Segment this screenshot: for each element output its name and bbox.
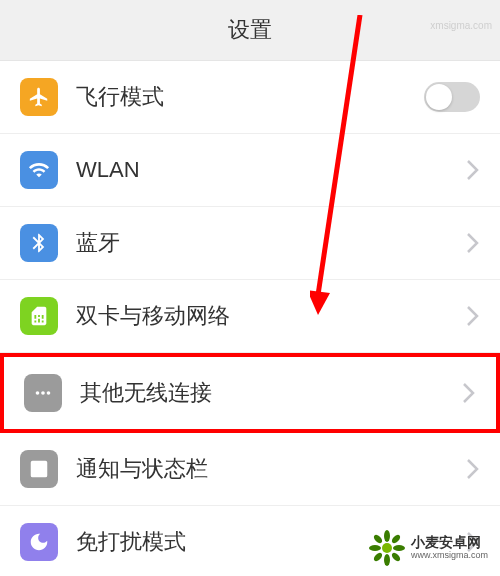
svg-point-2 — [47, 391, 51, 395]
more-icon — [24, 374, 62, 412]
chevron-right-icon — [466, 232, 480, 254]
svg-point-13 — [390, 551, 401, 562]
page-title: 设置 — [228, 15, 272, 45]
row-sim-network[interactable]: 双卡与移动网络 — [0, 280, 500, 353]
row-label: WLAN — [76, 157, 466, 183]
row-bluetooth[interactable]: 蓝牙 — [0, 207, 500, 280]
row-label: 蓝牙 — [76, 228, 466, 258]
svg-point-12 — [372, 551, 383, 562]
row-label: 飞行模式 — [76, 82, 424, 112]
svg-point-8 — [369, 545, 381, 551]
svg-point-5 — [382, 543, 392, 553]
chevron-right-icon — [466, 305, 480, 327]
chevron-right-icon — [462, 382, 476, 404]
svg-point-1 — [41, 391, 45, 395]
chevron-right-icon — [466, 458, 480, 480]
watermark-text: 小麦安卓网 www.xmsigma.com — [411, 535, 488, 560]
bluetooth-icon — [20, 224, 58, 262]
row-label: 通知与状态栏 — [76, 454, 466, 484]
wifi-icon — [20, 151, 58, 189]
svg-point-11 — [390, 533, 401, 544]
watermark: 小麦安卓网 www.xmsigma.com — [369, 530, 488, 566]
moon-icon — [20, 523, 58, 561]
watermark-logo-icon — [369, 530, 405, 566]
watermark-url: www.xmsigma.com — [411, 551, 488, 561]
settings-list: 飞行模式 WLAN 蓝牙 双卡与移动网络 — [0, 60, 500, 576]
row-notification[interactable]: 通知与状态栏 — [0, 433, 500, 506]
toggle-knob — [426, 84, 452, 110]
svg-point-9 — [393, 545, 405, 551]
svg-point-7 — [384, 554, 390, 566]
watermark-brand: 小麦安卓网 — [411, 535, 488, 550]
sim-icon — [20, 297, 58, 335]
row-other-wireless[interactable]: 其他无线连接 — [0, 353, 500, 433]
row-airplane-mode[interactable]: 飞行模式 — [0, 61, 500, 134]
notification-icon — [20, 450, 58, 488]
row-wlan[interactable]: WLAN — [0, 134, 500, 207]
chevron-right-icon — [466, 159, 480, 181]
watermark-top: xmsigma.com — [430, 20, 492, 31]
airplane-toggle[interactable] — [424, 82, 480, 112]
svg-point-6 — [384, 530, 390, 542]
svg-point-0 — [36, 391, 40, 395]
header: 设置 — [0, 0, 500, 60]
airplane-icon — [20, 78, 58, 116]
row-label: 双卡与移动网络 — [76, 301, 466, 331]
svg-point-10 — [372, 533, 383, 544]
row-label: 其他无线连接 — [80, 378, 462, 408]
